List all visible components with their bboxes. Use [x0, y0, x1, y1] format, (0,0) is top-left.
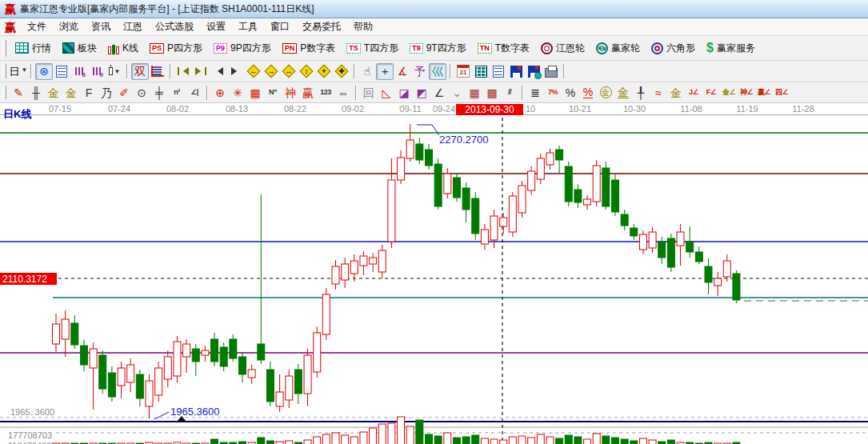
draw-gann-cross[interactable]: ⊕ — [211, 84, 229, 101]
toolbar-item-t-square[interactable]: TST四方形 — [341, 39, 404, 58]
draw-shen-grid[interactable]: 神 — [282, 84, 299, 101]
draw-pct-7[interactable]: 7% — [544, 84, 562, 101]
draw-ying-angle[interactable]: 赢∠ — [755, 84, 773, 101]
mesh-view-icon: ⊛ — [39, 66, 49, 77]
menu-item-news[interactable]: 资讯 — [85, 18, 117, 35]
tool-next[interactable] — [227, 63, 245, 80]
gold-grid-2-icon: 金 — [66, 87, 77, 98]
gold-angle-icon: 金∠ — [722, 89, 735, 96]
toolbar-item-winner-wheel[interactable]: Big赢家轮 — [590, 39, 646, 58]
tool-gann-tool-teal[interactable]: 巛 — [429, 63, 446, 80]
draw-ying-grid[interactable]: 赢 — [299, 84, 317, 101]
draw-gold-grid-2[interactable]: 金 — [62, 84, 80, 101]
toolbar-item-kline[interactable]: K线 — [102, 39, 144, 58]
draw-fan-box-1[interactable]: ◪ — [395, 84, 413, 101]
draw-draw-pen[interactable]: ✎ — [10, 84, 27, 101]
draw-gann-ticks-2[interactable]: ╪ — [150, 84, 168, 101]
tool-skip-last[interactable] — [192, 63, 210, 80]
tool-diamond-left[interactable]: ← — [245, 63, 262, 80]
menu-item-help[interactable]: 帮助 — [347, 18, 379, 35]
toolbar-item-blocks[interactable]: 板块 — [57, 39, 102, 58]
draw-gann-ticks[interactable]: ╫ — [27, 84, 45, 101]
tool-gann-tool-purple[interactable]: 予 — [411, 63, 429, 80]
toolbar-item-t-digit[interactable]: TNT数字表 — [472, 39, 535, 58]
draw-grid-red-2[interactable]: ▩ — [483, 84, 501, 101]
draw-grid-red-1[interactable]: ▦ — [466, 84, 483, 101]
tool-save-web[interactable] — [525, 63, 542, 80]
draw-box-tool[interactable]: 回 — [360, 84, 378, 101]
tool-mesh-view[interactable]: ⊛ — [35, 63, 53, 80]
tool-calendar-21[interactable]: 21 — [454, 63, 472, 80]
draw-pct-line[interactable]: % — [579, 84, 597, 101]
draw-pct[interactable]: % — [562, 84, 579, 101]
tool-skip-first[interactable] — [174, 63, 192, 80]
draw-gold-lines-2[interactable]: 金 — [667, 84, 685, 101]
toolbar-item-winner-service[interactable]: $赢家服务 — [701, 39, 761, 58]
tool-minute-9[interactable]: 9 — [88, 63, 106, 80]
tool-crosshair[interactable]: ＋ — [376, 63, 394, 80]
toolbar-item-hexagon[interactable]: 六角形 — [646, 39, 701, 58]
toolbar-item-gann-wheel[interactable]: 江恩轮 — [535, 39, 590, 58]
draw-data-bars[interactable]: ≣ — [526, 84, 544, 101]
tool-notes[interactable] — [490, 63, 507, 80]
draw-gold-circle[interactable]: 金 — [597, 84, 614, 101]
tool-pan-hand[interactable]: ☝ — [358, 63, 376, 80]
kline-chart[interactable]: 07-1507-2408-0208-1308-2209-0209-1109-24… — [0, 103, 868, 444]
menu-item-browse[interactable]: 浏览 — [53, 18, 85, 35]
draw-dash-v[interactable]: ⌄ — [448, 84, 466, 101]
tool-candle-style[interactable]: ▼ — [106, 63, 123, 80]
gold-grid-1-icon: 金 — [48, 87, 59, 98]
toolbar-item-9p-square[interactable]: P99P四方形 — [208, 39, 277, 58]
draw-f-angle[interactable]: F∠ — [702, 84, 720, 101]
toolbar-item-quotes[interactable]: 行情 — [10, 39, 57, 58]
draw-n2-grid[interactable]: n² — [168, 84, 186, 101]
draw-j-angle[interactable]: J∠ — [685, 84, 702, 101]
draw-trend-angles[interactable]: ∠ — [430, 84, 448, 101]
draw-spiral-grid[interactable]: 乃 — [98, 84, 115, 101]
toolbar-item-p-square[interactable]: PSP四方形 — [144, 39, 208, 58]
tool-prev[interactable] — [210, 63, 227, 80]
draw-pen-line[interactable]: ✐ — [115, 84, 133, 101]
tool-diamond-ud[interactable]: ↕ — [298, 63, 315, 80]
tool-diamond-right[interactable]: → — [262, 63, 280, 80]
menu-item-settings[interactable]: 设置 — [200, 18, 232, 35]
tool-calculator[interactable] — [472, 63, 490, 80]
toolbar-item-9t-square[interactable]: T99T四方形 — [404, 39, 472, 58]
draw-gold-lines[interactable]: 金 — [614, 84, 632, 101]
draw-f-grid[interactable]: F — [80, 84, 98, 101]
tool-info-doc[interactable] — [53, 63, 70, 80]
draw-k-quote[interactable]: Ν” — [264, 84, 282, 101]
tool-chip-histogram[interactable] — [149, 63, 166, 80]
draw-si-angle[interactable]: 四∠ — [773, 84, 790, 101]
tool-angle-measure[interactable]: ∡ — [394, 63, 411, 80]
draw-gann-star[interactable]: ✳ — [229, 84, 246, 101]
draw-angle-lines[interactable]: ∠| — [186, 84, 203, 101]
menu-item-trade[interactable]: 交易委托 — [296, 18, 347, 35]
menu-item-window[interactable]: 窗口 — [264, 18, 296, 35]
draw-num-grid[interactable]: 123 — [317, 84, 334, 101]
tool-period-day[interactable]: 日▼ — [10, 63, 27, 80]
menu-item-formula[interactable]: 公式选股 — [149, 18, 200, 35]
tool-save[interactable] — [507, 63, 525, 80]
draw-pen-bar[interactable]: ╀ — [632, 84, 650, 101]
draw-gold-angle[interactable]: 金∠ — [720, 84, 738, 101]
draw-shen-angle[interactable]: 神∠ — [738, 84, 755, 101]
menu-item-gann[interactable]: 江恩 — [117, 18, 149, 35]
draw-wave[interactable]: ≈ — [650, 84, 667, 101]
draw-span-arrow[interactable]: ⇔ — [334, 84, 352, 101]
tool-diamond-cross[interactable]: + — [315, 63, 333, 80]
draw-fan-box-2[interactable]: ◩ — [413, 84, 430, 101]
tool-diamond-expand[interactable]: ✚ — [333, 63, 350, 80]
draw-gann-circle[interactable]: ⊙ — [133, 84, 150, 101]
draw-fan-red[interactable]: ◺ — [378, 84, 395, 101]
tool-minute-3[interactable]: 3 — [70, 63, 88, 80]
menu-item-file[interactable]: 文件 — [21, 18, 53, 35]
tool-print[interactable] — [542, 63, 560, 80]
draw-slant-lines[interactable]: // — [501, 84, 518, 101]
tool-chip-tool[interactable]: 双 — [131, 63, 149, 80]
draw-gold-grid-1[interactable]: 金 — [45, 84, 62, 101]
draw-gann-web[interactable]: ▦ — [246, 84, 264, 101]
toolbar-item-p-digit[interactable]: PNP数字表 — [277, 39, 342, 58]
menu-item-tools[interactable]: 工具 — [232, 18, 264, 35]
tool-diamond-lr[interactable]: ↔ — [280, 63, 298, 80]
